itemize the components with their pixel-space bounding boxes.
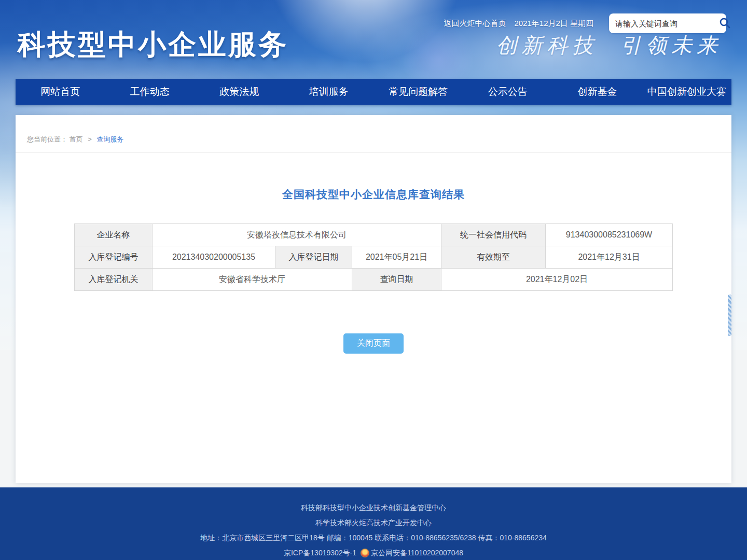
- security-record-link[interactable]: 京公网安备11010202007048: [371, 545, 463, 560]
- table-value-cell: 2021年12月31日: [546, 246, 673, 269]
- police-badge-icon: [361, 549, 369, 557]
- table-label-cell: 入库登记编号: [74, 246, 152, 269]
- result-table: 企业名称安徽塔孜信息技术有限公司统一社会信用代码9134030008523106…: [74, 223, 673, 291]
- site-slogan: 创新科技 引领未来: [496, 31, 722, 60]
- content-card: 您当前位置： 首页 > 查询服务 全国科技型中小企业信息库查询结果 企业名称安徽…: [16, 115, 731, 483]
- nav-item[interactable]: 创新基金: [552, 79, 642, 105]
- nav-item[interactable]: 公示公告: [463, 79, 553, 105]
- footer-line: 科学技术部火炬高技术产业开发中心: [0, 515, 747, 530]
- site-logo[interactable]: 科技型中小企业服务: [18, 26, 288, 64]
- table-row: 企业名称安徽塔孜信息技术有限公司统一社会信用代码9134030008523106…: [74, 224, 672, 246]
- scrollbar-thumb[interactable]: [728, 295, 731, 336]
- table-value-cell: 91340300085231069W: [546, 224, 673, 246]
- table-value-cell: 2021年05月21日: [352, 246, 441, 269]
- table-value-cell: 202134030200005135: [152, 246, 275, 269]
- table-value-cell: 安徽省科学技术厅: [152, 269, 352, 291]
- icp-license-link[interactable]: 京ICP备13019302号-1: [284, 545, 356, 560]
- footer-org-lines: 科技部科技型中小企业技术创新基金管理中心科学技术部火炬高技术产业开发中心地址：北…: [0, 500, 747, 545]
- search-icon: [718, 17, 731, 31]
- search-input[interactable]: [615, 19, 718, 28]
- main-nav: 网站首页工作动态政策法规培训服务常见问题解答公示公告创新基金中国创新创业大赛: [16, 79, 731, 105]
- breadcrumb-separator: >: [88, 135, 92, 143]
- table-label-cell: 入库登记日期: [275, 246, 352, 269]
- search-button[interactable]: [718, 16, 731, 31]
- table-label-cell: 有效期至: [441, 246, 546, 269]
- breadcrumb: 您当前位置： 首页 > 查询服务: [16, 115, 731, 153]
- footer-line: 地址：北京市西城区三里河二区甲18号 邮编：100045 联系电话：010-88…: [0, 530, 747, 545]
- nav-item[interactable]: 中国创新创业大赛: [642, 79, 732, 105]
- table-label-cell: 入库登记机关: [74, 269, 152, 291]
- nav-item[interactable]: 常见问题解答: [374, 79, 463, 105]
- nav-item[interactable]: 网站首页: [16, 79, 105, 105]
- nav-item[interactable]: 政策法规: [195, 79, 284, 105]
- current-date: 2021年12月2日 星期四: [514, 19, 593, 29]
- close-page-button[interactable]: 关闭页面: [343, 333, 404, 354]
- nav-item[interactable]: 工作动态: [105, 79, 195, 105]
- search-box: [609, 13, 726, 33]
- result-table-body: 企业名称安徽塔孜信息技术有限公司统一社会信用代码9134030008523106…: [74, 224, 672, 291]
- nav-item[interactable]: 培训服务: [284, 79, 374, 105]
- table-label-cell: 企业名称: [74, 224, 152, 246]
- footer-line: 科技部科技型中小企业技术创新基金管理中心: [0, 500, 747, 515]
- page-footer: 科技部科技型中小企业技术创新基金管理中心科学技术部火炬高技术产业开发中心地址：北…: [0, 487, 747, 560]
- table-row: 入库登记机关安徽省科学技术厅查询日期2021年12月02日: [74, 269, 672, 291]
- page-title: 全国科技型中小企业信息库查询结果: [16, 187, 731, 202]
- breadcrumb-current-link[interactable]: 查询服务: [96, 135, 123, 143]
- breadcrumb-prefix: 您当前位置：: [27, 135, 67, 143]
- table-label-cell: 统一社会信用代码: [441, 224, 546, 246]
- header-top-bar: 返回火炬中心首页 2021年12月2日 星期四: [444, 13, 726, 33]
- torch-center-home-link[interactable]: 返回火炬中心首页: [444, 19, 506, 29]
- table-row: 入库登记编号202134030200005135入库登记日期2021年05月21…: [74, 246, 672, 269]
- breadcrumb-home-link[interactable]: 首页: [70, 135, 83, 143]
- table-label-cell: 查询日期: [352, 269, 441, 291]
- table-value-cell: 2021年12月02日: [441, 269, 673, 291]
- table-value-cell: 安徽塔孜信息技术有限公司: [152, 224, 441, 246]
